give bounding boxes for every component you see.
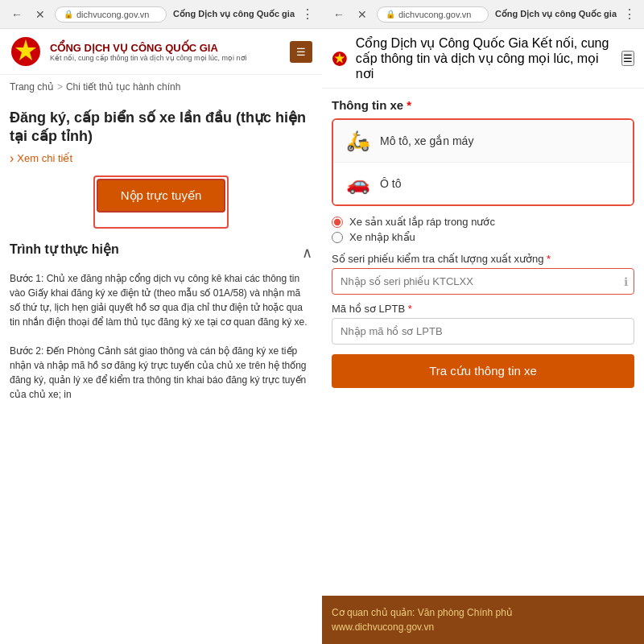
right-url-domain: dichvucong.gov.vn: [398, 10, 471, 19]
step2-text: Bước 2: Đến Phòng Cảnh sát giao thông và…: [10, 344, 312, 402]
radio-domestic-input[interactable]: [332, 217, 343, 228]
radio-domestic-label: Xe sản xuất lắp ráp trong nước: [349, 216, 495, 228]
vehicle-option-motorbike[interactable]: 🛵 Mô tô, xe gắn máy: [333, 120, 633, 163]
vehicle-option-car[interactable]: 🚗 Ô tô: [333, 163, 633, 204]
left-url-domain: dichvucong.gov.vn: [76, 10, 149, 19]
car-icon: 🚗: [346, 172, 370, 195]
breadcrumb-home[interactable]: Trang chủ: [10, 81, 54, 93]
right-lock-icon: 🔒: [386, 10, 395, 19]
motorbike-icon: 🛵: [346, 130, 370, 152]
thong-tin-required-star: *: [407, 98, 411, 112]
right-close-button[interactable]: ✕: [354, 6, 370, 23]
nop-container: Nộp trực tuyến: [10, 175, 312, 229]
footer-co-quan: Cơ quan chủ quản: Văn phòng Chính phủ: [332, 605, 634, 620]
seri-input[interactable]: [332, 268, 634, 295]
step1-text: Bước 1: Chủ xe đăng nhập cổng dịch vụ cô…: [10, 271, 312, 329]
nop-truc-tuyen-button[interactable]: Nộp trực tuyến: [97, 179, 226, 213]
left-breadcrumb: Trang chủ > Chi tiết thủ tục hành chính: [0, 75, 322, 99]
breadcrumb-current: Chi tiết thủ tục hành chính: [66, 81, 180, 93]
radio-domestic[interactable]: Xe sản xuất lắp ráp trong nước: [332, 216, 634, 228]
radio-imported-input[interactable]: [332, 232, 343, 243]
vehicle-selection-box: 🛵 Mô tô, xe gắn máy 🚗 Ô tô: [332, 118, 634, 206]
right-url-bar: 🔒 dichvucong.gov.vn: [377, 6, 489, 23]
thong-tin-xe-label: Thông tin xe *: [332, 98, 634, 112]
left-logo-title: Cổng Dịch vụ Công Quốc Gia: [50, 42, 247, 54]
left-tab-title: Cổng Dịch vụ công Quốc gia: [173, 9, 295, 19]
motorbike-label: Mô tô, xe gắn máy: [380, 134, 473, 147]
left-menu-button[interactable]: ⋮: [301, 6, 314, 22]
left-main-content: Đăng ký, cấp biển số xe lần đầu (thực hi…: [0, 99, 322, 644]
right-panel: ← ✕ 🔒 dichvucong.gov.vn Cổng Dịch vụ côn…: [322, 0, 644, 644]
left-logo-text: Cổng Dịch vụ Công Quốc Gia Kết nối, cung…: [50, 42, 247, 62]
trinh-tu-title: Trình tự thực hiện: [10, 242, 119, 257]
seri-label: Số seri phiếu kiểm tra chất lượng xuất x…: [332, 253, 634, 265]
left-url-bar: 🔒 dichvucong.gov.vn: [55, 6, 167, 23]
left-site-header: Cổng Dịch vụ Công Quốc Gia Kết nối, cung…: [0, 29, 322, 75]
right-logo-title: Cổng Dịch vụ Công Quốc Gia: [356, 36, 529, 50]
left-close-button[interactable]: ✕: [32, 6, 48, 23]
right-site-header: Cổng Dịch vụ Công Quốc Gia Kết nối, cung…: [322, 29, 644, 89]
seri-input-wrapper: ℹ: [332, 268, 634, 295]
car-label: Ô tô: [380, 177, 401, 190]
right-browser-bar: ← ✕ 🔒 dichvucong.gov.vn Cổng Dịch vụ côn…: [322, 0, 644, 29]
right-main-content: Thông tin xe * 🛵 Mô tô, xe gắn máy 🚗 Ô t…: [322, 89, 644, 596]
radio-imported-label: Xe nhập khẩu: [349, 231, 415, 243]
right-footer: Cơ quan chủ quản: Văn phòng Chính phủ ww…: [322, 596, 644, 644]
left-back-button[interactable]: ←: [8, 6, 26, 23]
ma-ho-so-required-star: *: [408, 303, 412, 315]
seri-info-icon: ℹ: [624, 275, 628, 288]
left-logo-subtitle: Kết nối, cung cấp thông tin và dịch vụ c…: [50, 54, 247, 62]
left-hamburger-button[interactable]: ☰: [290, 41, 312, 63]
left-logo-emblem: [10, 35, 42, 68]
right-tab-title: Cổng Dịch vụ công Quốc gia: [495, 9, 617, 19]
radio-imported[interactable]: Xe nhập khẩu: [332, 231, 634, 243]
breadcrumb-separator: >: [57, 81, 63, 93]
nop-box: Nộp trực tuyến: [93, 175, 229, 229]
left-lock-icon: 🔒: [64, 10, 73, 19]
right-logo-text: Cổng Dịch vụ Công Quốc Gia Kết nối, cung…: [356, 35, 613, 81]
footer-website-link[interactable]: www.dichvucong.gov.vn: [332, 621, 434, 633]
ma-ho-so-label: Mã hồ sơ LPTB *: [332, 303, 634, 315]
collapse-button[interactable]: ∧: [302, 244, 312, 262]
xem-chi-tiet-link[interactable]: Xem chi tiết: [10, 151, 312, 166]
right-hamburger-button[interactable]: ☰: [621, 51, 634, 66]
right-menu-button[interactable]: ⋮: [623, 6, 636, 22]
tra-cuu-button[interactable]: Tra cứu thông tin xe: [332, 354, 634, 388]
left-panel: ← ✕ 🔒 dichvucong.gov.vn Cổng Dịch vụ côn…: [0, 0, 322, 644]
right-back-button[interactable]: ←: [330, 6, 348, 23]
right-logo-emblem: [332, 43, 348, 75]
ma-ho-so-input[interactable]: [332, 318, 634, 345]
page-title: Đăng ký, cấp biển số xe lần đầu (thực hi…: [10, 109, 312, 147]
seri-required-star: *: [547, 253, 551, 265]
left-browser-bar: ← ✕ 🔒 dichvucong.gov.vn Cổng Dịch vụ côn…: [0, 0, 322, 29]
manufacturing-radio-group: Xe sản xuất lắp ráp trong nước Xe nhập k…: [332, 216, 634, 243]
